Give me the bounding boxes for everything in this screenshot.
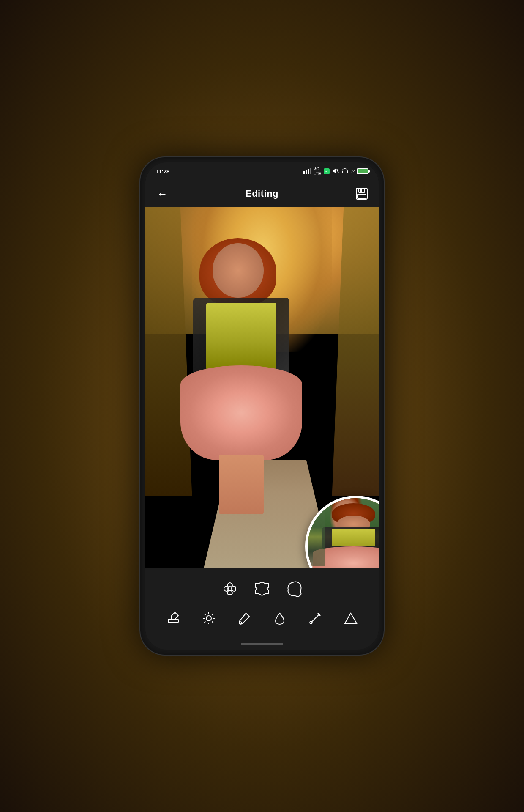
zoom-shirt	[332, 529, 375, 546]
svg-line-20	[205, 622, 206, 623]
zoom-tree-left	[308, 498, 325, 566]
edit-tools-row	[145, 605, 379, 632]
svg-line-18	[212, 622, 213, 623]
svg-rect-8	[360, 188, 362, 192]
back-button[interactable]: ←	[154, 185, 171, 202]
svg-line-5	[337, 169, 338, 173]
brightness-button[interactable]	[199, 608, 219, 628]
mute-icon	[332, 168, 339, 175]
save-button[interactable]	[353, 185, 370, 202]
svg-rect-1	[306, 170, 307, 174]
headphone-icon	[341, 168, 348, 175]
flower-shape-icon	[221, 579, 239, 598]
save-icon	[355, 187, 368, 200]
tree-right	[320, 207, 379, 496]
phone-device: 11:28 VOLTE ✓ 74	[139, 156, 385, 656]
color-drop-icon	[273, 612, 287, 625]
brightness-icon	[202, 612, 216, 625]
person-skirt	[180, 365, 302, 460]
svg-marker-25	[345, 613, 357, 623]
bottom-nav-bar	[145, 638, 379, 650]
triangle-icon	[344, 612, 358, 625]
screen-content: 11:28 VOLTE ✓ 74	[145, 162, 379, 650]
svg-line-17	[205, 614, 206, 615]
zoom-circle-overlay	[305, 496, 379, 568]
svg-rect-0	[303, 171, 305, 174]
svg-rect-3	[310, 168, 311, 174]
status-right-icons: VOLTE ✓ 74	[303, 167, 368, 176]
status-bar: 11:28 VOLTE ✓ 74	[145, 162, 379, 180]
person-legs	[219, 455, 264, 514]
badge-shape-icon	[253, 579, 271, 598]
volte-icon: VOLTE	[314, 167, 321, 176]
color-drop-button[interactable]	[270, 608, 290, 628]
tools-panel	[145, 568, 379, 638]
battery-indicator: 74	[351, 168, 368, 174]
svg-rect-2	[308, 169, 309, 174]
status-time: 11:28	[156, 168, 169, 175]
eraser-button[interactable]	[163, 608, 183, 628]
image-canvas[interactable]	[145, 207, 379, 568]
svg-point-12	[206, 616, 211, 621]
whatsapp-icon: ✓	[324, 168, 330, 174]
nav-indicator	[241, 643, 283, 645]
svg-marker-4	[333, 168, 336, 173]
page-title: Editing	[246, 188, 278, 199]
shape-tools-row	[145, 574, 379, 603]
brush-button[interactable]	[234, 608, 254, 628]
top-bar: ← Editing	[145, 180, 379, 207]
triangle-button[interactable]	[341, 608, 361, 628]
svg-rect-11	[168, 619, 178, 623]
flower-shape-button[interactable]	[219, 578, 241, 600]
eraser-icon	[166, 612, 180, 625]
phone-screen: 11:28 VOLTE ✓ 74	[145, 162, 379, 650]
person-head	[213, 243, 264, 297]
svg-line-19	[212, 614, 213, 615]
signal-icon	[303, 168, 311, 175]
pen-icon	[308, 612, 322, 625]
person-figure	[180, 243, 309, 514]
back-arrow-icon: ←	[157, 188, 168, 199]
badge-shape-button[interactable]	[251, 578, 273, 600]
blob-shape-icon	[285, 579, 303, 598]
zoom-circle-content	[308, 498, 379, 568]
svg-rect-9	[358, 194, 366, 198]
blob-shape-button[interactable]	[283, 578, 305, 600]
pen-button[interactable]	[305, 608, 325, 628]
brush-icon	[237, 612, 251, 625]
svg-line-22	[311, 614, 319, 623]
person-shirt	[206, 303, 277, 370]
